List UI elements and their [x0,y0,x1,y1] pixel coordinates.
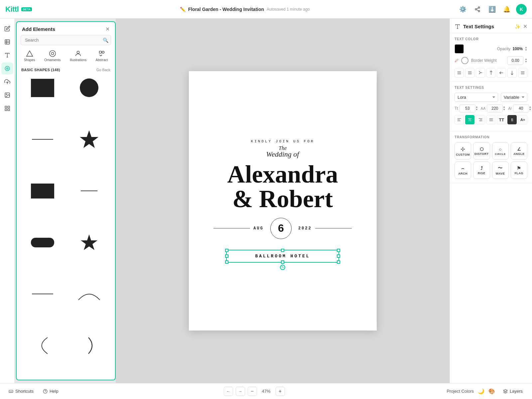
notification-icon[interactable]: 🔔 [501,4,512,15]
tab-illustrations[interactable]: Illustrations [67,49,89,63]
transform-rise[interactable]: ⤴ RISE [473,162,490,179]
selection-handle-bm [281,260,284,264]
settings-icon[interactable]: ⚙️ [458,4,468,15]
text-icon[interactable] [1,49,13,61]
download-icon[interactable]: ⬇️ [487,4,497,15]
leading-group: AI ▲ ▼ [508,104,531,112]
text-settings-title: Text Settings [463,24,494,29]
shape-star-small[interactable] [68,229,110,256]
border-swatch[interactable] [461,57,468,64]
shape-line[interactable] [21,126,64,153]
fi-btn[interactable]: fi [507,115,517,124]
share-icon[interactable] [472,4,483,15]
panel-close-button[interactable]: ✕ [105,26,110,32]
venue-section[interactable]: ↻ BALLROOM HOTEL [226,250,339,263]
transform-arch[interactable]: ⌢ ARCH [455,162,471,179]
beta-badge: BETA [21,7,32,11]
svg-point-24 [80,78,98,97]
indent-right-btn[interactable] [465,68,474,77]
abstract-icon [98,50,105,57]
shape-short-line[interactable] [68,178,110,204]
table-icon[interactable] [1,36,13,48]
upload-icon[interactable] [1,76,13,88]
shape-circle[interactable] [68,74,110,101]
tracking-input[interactable] [487,104,503,112]
go-back-button[interactable]: Go Back [96,68,110,72]
shape-star-large[interactable] [68,126,110,153]
font-weight-select[interactable]: Variable [501,93,527,102]
layers-button[interactable]: Layers [499,387,527,396]
logo[interactable]: Kittl [5,5,19,14]
color-palette-icon[interactable]: 🎨 [488,388,495,394]
elements-icon[interactable] [1,63,13,74]
align-top-btn[interactable] [486,68,496,77]
wave-icon: 〜 [498,165,503,171]
project-title[interactable]: Floral Garden - Wedding Invitation [188,7,264,12]
svg-rect-58 [9,390,13,392]
bold-btn[interactable]: TT [497,115,506,124]
photo-icon[interactable] [1,89,13,101]
transform-distort[interactable]: ⬡ DISTORT [473,142,490,160]
align-bottom-btn[interactable] [507,68,517,77]
align-left-btn[interactable] [455,115,464,124]
transform-wave[interactable]: 〜 WAVE [492,162,509,179]
superscript-btn[interactable] [476,68,485,77]
rise-label: RISE [478,172,485,175]
transform-angle[interactable]: ∠ ANGLE [511,142,527,160]
undo-btn[interactable]: ← [224,387,233,396]
illustrations-icon [74,50,82,57]
shape-diagonal-line[interactable] [21,281,64,307]
font-family-select[interactable]: Lora [455,93,498,102]
align-justify-btn[interactable] [486,115,496,124]
border-weight-value[interactable]: 0.00 [507,56,523,65]
tab-shapes[interactable]: Shapes [21,49,38,63]
opacity-label: Opacity [497,47,511,51]
border-stepper[interactable]: ▲ ▼ [525,58,527,63]
align-right-btn[interactable] [476,115,485,124]
tab-ornaments[interactable]: Ornaments [42,49,63,63]
panel-close-btn[interactable]: ✕ [523,23,527,30]
glyphs-btn[interactable]: A+ [518,115,527,124]
rotate-handle[interactable]: ↻ [280,265,285,270]
shape-arc-left[interactable] [21,332,64,359]
color-swatch[interactable] [455,44,464,54]
redo-btn[interactable]: → [236,387,245,396]
design-canvas[interactable]: KINDLY JOIN US FOR The Wedding of Alexan… [189,71,377,331]
panel-magic-icon[interactable]: ✨ [515,24,520,29]
text-controls-row [455,68,527,77]
leading-stepper[interactable]: ▲ ▼ [529,106,532,111]
date-text-group: AUG 6 2022 [253,218,312,239]
font-size-input[interactable] [460,104,475,112]
opacity-stepper[interactable]: ▲ ▼ [525,46,527,52]
help-button[interactable]: Help [40,387,62,396]
shape-curve[interactable] [68,281,110,307]
indent-left-btn[interactable] [455,68,464,77]
shape-arc-right[interactable] [68,332,110,359]
zoom-out-btn[interactable]: − [248,387,257,396]
zoom-in-btn[interactable]: + [276,387,285,396]
selection-handle-lm [225,254,228,258]
search-input[interactable] [21,35,111,45]
font-size-stepper[interactable]: ▲ ▼ [475,106,478,111]
moon-toggle[interactable]: 🌙 [478,388,484,394]
transform-custom[interactable]: ⊹ CUSTOM [455,142,471,160]
transform-circle[interactable]: ○ CIRCLE [492,142,509,160]
tracking-stepper[interactable]: ▲ ▼ [503,106,505,111]
edit-tool-icon[interactable] [1,23,13,35]
avatar[interactable]: K [516,4,527,15]
tab-abstract[interactable]: Abstract [93,49,111,63]
shortcuts-button[interactable]: Shortcuts [5,387,37,396]
transform-grid: ⊹ CUSTOM ⬡ DISTORT ○ CIRCLE ∠ ANGLE ⌢ [455,142,527,179]
shape-rectangle[interactable] [21,74,64,101]
leading-input[interactable] [513,104,529,112]
grid-icon[interactable] [1,102,13,114]
shape-pill[interactable] [21,229,64,256]
transform-flag[interactable]: ⚑ FLAG [511,162,527,179]
shape-small-rect[interactable] [21,178,64,204]
align-middle-btn[interactable] [497,68,506,77]
distribute-btn[interactable] [518,68,527,77]
selection-handle-tr [337,249,340,252]
color-row: Opacity 100% ▲ ▼ [455,44,527,54]
align-center-btn[interactable] [465,115,474,124]
custom-icon: ⊹ [461,146,465,152]
